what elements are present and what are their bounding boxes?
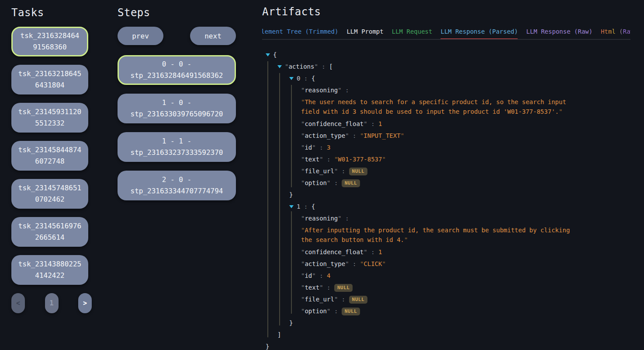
tasks-title: Tasks bbox=[11, 6, 88, 20]
steps-title: Steps bbox=[118, 6, 236, 20]
json-tree-row: "The user needs to search for a specific… bbox=[262, 96, 585, 118]
json-tree-row: "confidence_float" : 1 bbox=[262, 246, 644, 258]
json-tree-row: { bbox=[262, 49, 644, 61]
null-badge: NULL bbox=[342, 308, 360, 315]
task-button-6[interactable]: tsk_231438802254142422 bbox=[11, 255, 88, 285]
json-tree-row: ] bbox=[262, 329, 644, 341]
task-button-1[interactable]: tsk_231632186456431804 bbox=[11, 65, 88, 94]
tab-llm-prompt[interactable]: LLM Prompt bbox=[346, 28, 383, 35]
steps-panel: Steps prev next 0 - 0 - stp_231632846491… bbox=[118, 6, 236, 209]
steps-prev-button[interactable]: prev bbox=[118, 27, 163, 45]
tab-html-raw[interactable]: Html (Raw) bbox=[601, 28, 630, 35]
indent-guide bbox=[279, 73, 280, 326]
null-badge: NULL bbox=[349, 296, 368, 304]
json-tree-row: "reasoning" : bbox=[262, 213, 644, 224]
tasks-prev-page-button[interactable]: < bbox=[11, 293, 25, 313]
step-button-2[interactable]: 1 - 1 - stp_231633237333592370 bbox=[118, 132, 236, 162]
tab-llm-request[interactable]: LLM Request bbox=[392, 28, 433, 35]
json-tree-row: "action_type" : "INPUT_TEXT" bbox=[262, 130, 644, 142]
json-tree-row: "option" : NULL bbox=[262, 177, 644, 189]
steps-nav: prev next bbox=[118, 27, 236, 45]
collapse-arrow-icon[interactable] bbox=[266, 53, 270, 56]
step-button-1[interactable]: 1 - 0 - stp_231633039765096720 bbox=[118, 94, 236, 123]
json-tree-row: "action_type" : "CLICK" bbox=[262, 258, 644, 270]
json-tree-row: } bbox=[262, 317, 644, 329]
step-list: 0 - 0 - stp_2316328464915683621 - 0 - st… bbox=[118, 55, 236, 200]
json-tree-row: "reasoning" : bbox=[262, 84, 644, 96]
json-tree-row: "id" : 3 bbox=[262, 142, 644, 154]
json-tree-row: } bbox=[262, 341, 644, 350]
json-tree-row: } bbox=[262, 189, 644, 201]
json-tree-row: 1 : { bbox=[262, 201, 644, 213]
json-tree-row: "text" : NULL bbox=[262, 282, 644, 294]
artifacts-panel: Artifacts Element Tree (Trimmed)LLM Prom… bbox=[262, 5, 638, 40]
task-button-5[interactable]: tsk_231456169762665614 bbox=[11, 217, 88, 247]
null-badge: NULL bbox=[342, 179, 360, 187]
step-button-0[interactable]: 0 - 0 - stp_231632846491568362 bbox=[118, 55, 236, 85]
task-list: tsk_231632846491568360tsk_23163218645643… bbox=[11, 27, 88, 285]
indent-guide bbox=[291, 211, 292, 314]
json-tree-row: "actions" : [ bbox=[262, 61, 644, 73]
artifacts-title: Artifacts bbox=[262, 5, 638, 19]
collapse-arrow-icon[interactable] bbox=[289, 77, 294, 80]
tab-element-tree-trimmed[interactable]: Element Tree (Trimmed) bbox=[262, 28, 338, 35]
task-button-2[interactable]: tsk_231459311205512332 bbox=[11, 103, 88, 133]
json-tree-row: "After inputting the product id, the sea… bbox=[262, 224, 585, 246]
json-tree-row: "file_url" : NULL bbox=[262, 294, 644, 305]
step-button-3[interactable]: 2 - 0 - stp_231633344707774794 bbox=[118, 171, 236, 200]
json-tree-row: "file_url" : NULL bbox=[262, 165, 644, 177]
json-tree-row: 0 : { bbox=[262, 73, 644, 84]
tab-llm-response-raw[interactable]: LLM Response (Raw) bbox=[526, 28, 592, 35]
json-tree-viewer: {"actions" : [0 : {"reasoning" :"The use… bbox=[262, 49, 644, 350]
tasks-pagination: < 1 > bbox=[11, 293, 92, 313]
collapse-arrow-icon[interactable] bbox=[277, 65, 282, 68]
json-tree-row: "text" : "W01-377-8537" bbox=[262, 154, 644, 165]
json-tree-row: "option" : NULL bbox=[262, 305, 644, 317]
tasks-next-page-button[interactable]: > bbox=[78, 293, 92, 313]
task-button-3[interactable]: tsk_231458448746072748 bbox=[11, 141, 88, 171]
null-badge: NULL bbox=[349, 168, 368, 175]
artifacts-tab-bar: Element Tree (Trimmed)LLM PromptLLM Requ… bbox=[262, 28, 630, 40]
indent-guide bbox=[291, 85, 292, 187]
tab-llm-response-parsed[interactable]: LLM Response (Parsed) bbox=[440, 28, 518, 35]
null-badge: NULL bbox=[334, 284, 353, 292]
steps-next-button[interactable]: next bbox=[190, 27, 236, 45]
tasks-page-number-button[interactable]: 1 bbox=[45, 293, 59, 313]
task-button-4[interactable]: tsk_231457486510702462 bbox=[11, 179, 88, 209]
json-tree-row: "id" : 4 bbox=[262, 270, 644, 282]
indent-guide bbox=[267, 61, 268, 337]
json-tree-row: "confidence_float" : 1 bbox=[262, 118, 644, 130]
task-button-0[interactable]: tsk_231632846491568360 bbox=[11, 27, 88, 56]
collapse-arrow-icon[interactable] bbox=[289, 205, 294, 208]
tasks-panel: Tasks tsk_231632846491568360tsk_23163218… bbox=[11, 6, 88, 313]
